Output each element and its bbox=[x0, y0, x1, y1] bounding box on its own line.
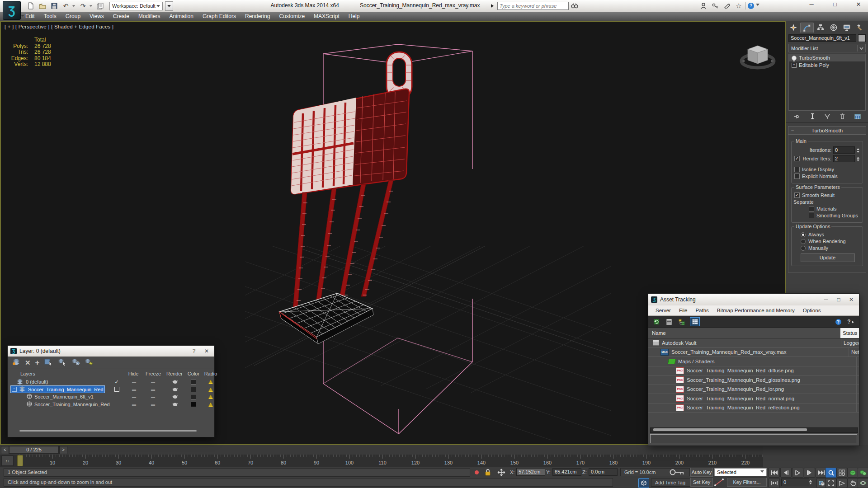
go-to-start-button[interactable] bbox=[769, 468, 780, 478]
layer-dialog-close-button[interactable]: ✕ bbox=[202, 348, 212, 354]
z-coordinate-field[interactable]: 0.0cm bbox=[589, 468, 618, 476]
at-menu-paths[interactable]: Paths bbox=[692, 307, 712, 314]
asset-name-cell[interactable]: MAXSoccer_Training_Mannequin_Red_max_vra… bbox=[648, 348, 849, 357]
asset-name-cell[interactable]: PNGSoccer_Training_Mannequin_Red_normal.… bbox=[648, 394, 857, 403]
current-frame-field[interactable]: 0 bbox=[781, 479, 809, 486]
current-layer-checkbox[interactable] bbox=[114, 387, 119, 392]
zoom-all-button[interactable] bbox=[836, 468, 847, 478]
help-caret-icon[interactable] bbox=[756, 4, 760, 8]
zoom-extents-selected-button[interactable] bbox=[847, 468, 858, 478]
menu-create[interactable]: Create bbox=[108, 12, 134, 20]
col-radio[interactable]: Radio bbox=[203, 371, 218, 376]
selection-lock-icon[interactable] bbox=[485, 469, 491, 477]
highlight-selected-layers-icon[interactable] bbox=[71, 358, 80, 367]
current-layer-cell[interactable] bbox=[112, 401, 122, 408]
current-frame-display[interactable]: 0 / 225 bbox=[9, 446, 59, 454]
refresh-icon[interactable] bbox=[652, 318, 661, 326]
isoline-display-checkbox[interactable] bbox=[794, 167, 800, 172]
freeze-cell[interactable]: ▬ bbox=[145, 393, 161, 400]
3dsmax-logo-button[interactable] bbox=[3, 1, 21, 20]
hide-cell[interactable]: ▬ bbox=[126, 393, 142, 400]
layer-row-name[interactable]: Soccer_Mannequin_6ft_v1 bbox=[27, 394, 94, 400]
mannequin-body-panel[interactable] bbox=[291, 89, 409, 194]
menu-tools[interactable]: Tools bbox=[39, 12, 61, 20]
layer-dialog-hscrollbar[interactable] bbox=[19, 430, 197, 432]
render-cell[interactable] bbox=[166, 393, 184, 400]
isolate-selection-toggle[interactable] bbox=[638, 478, 649, 488]
viewcube[interactable] bbox=[741, 46, 774, 68]
x-coordinate-field[interactable]: 57.152cm bbox=[516, 468, 545, 476]
minimize-button[interactable]: ─ bbox=[806, 1, 817, 8]
layer-row-name[interactable]: Soccer_Training_Mannequin_Red bbox=[27, 401, 110, 408]
at-menu-bitmap-performance-and-memory[interactable]: Bitmap Performance and Memory bbox=[713, 307, 798, 314]
tab-hierarchy[interactable] bbox=[814, 23, 827, 33]
render-cell[interactable] bbox=[166, 386, 184, 393]
render-cell[interactable] bbox=[166, 378, 184, 385]
subscription-key-icon[interactable] bbox=[710, 1, 720, 10]
materials-checkbox[interactable] bbox=[809, 206, 814, 211]
maximize-button[interactable]: □ bbox=[829, 1, 841, 8]
menu-graph-editors[interactable]: Graph Editors bbox=[198, 12, 241, 20]
asset-name-cell[interactable]: PNGSoccer_Training_Mannequin_Red_glossin… bbox=[648, 375, 857, 385]
layer-row[interactable]: Soccer_Training_Mannequin_Red▬▬ bbox=[8, 401, 214, 408]
freeze-cell[interactable]: ▬ bbox=[145, 386, 161, 393]
object-color-swatch[interactable] bbox=[858, 34, 866, 42]
next-frame-button[interactable]: > bbox=[59, 446, 67, 454]
make-unique-icon[interactable] bbox=[824, 113, 830, 121]
iterations-spinner[interactable] bbox=[855, 146, 861, 154]
color-cell[interactable] bbox=[186, 393, 201, 400]
select-objects-in-layer-icon[interactable] bbox=[44, 358, 53, 367]
freeze-cell[interactable]: ▬ bbox=[145, 401, 161, 408]
time-slider-handle[interactable] bbox=[17, 455, 23, 466]
track-bar[interactable]: 0102030405060708090100110120130140150160… bbox=[0, 455, 763, 467]
always-radio[interactable] bbox=[801, 232, 806, 237]
context-help-icon[interactable]: ? bbox=[846, 318, 855, 326]
layer-row[interactable]: Soccer_Mannequin_6ft_v1▬▬ bbox=[8, 393, 214, 401]
menu-maxscript[interactable]: MAXScript bbox=[309, 12, 344, 20]
infocenter-collapse-icon[interactable] bbox=[491, 4, 495, 8]
radiosity-cell[interactable] bbox=[205, 393, 214, 400]
infocenter-search-input[interactable] bbox=[497, 2, 569, 10]
search-binoculars-icon[interactable] bbox=[570, 1, 580, 10]
current-layer-cell[interactable] bbox=[112, 386, 122, 393]
tree-view-icon[interactable] bbox=[677, 318, 686, 326]
y-coordinate-field[interactable]: 65.421cm bbox=[552, 468, 581, 476]
when-rendering-radio[interactable] bbox=[801, 239, 806, 244]
hide-cell[interactable]: ▬ bbox=[126, 386, 142, 393]
menu-rendering[interactable]: Rendering bbox=[241, 12, 274, 20]
radiosity-cell[interactable] bbox=[205, 401, 214, 408]
remove-modifier-icon[interactable] bbox=[840, 113, 845, 121]
at-menu-options[interactable]: Options bbox=[799, 307, 825, 314]
stack-item-editable-poly[interactable]: +Editable Poly bbox=[789, 61, 865, 69]
menu-help[interactable]: Help bbox=[344, 12, 364, 20]
col-color[interactable]: Color bbox=[185, 371, 202, 376]
color-swatch[interactable] bbox=[191, 387, 196, 392]
redo-button[interactable]: ↷ bbox=[78, 1, 88, 11]
hide-cell[interactable]: ▬ bbox=[126, 378, 142, 385]
zoom-extents-all-button[interactable] bbox=[858, 468, 868, 478]
iterations-field[interactable]: 0 bbox=[833, 146, 855, 154]
modifier-visibility-bulb-icon[interactable] bbox=[792, 56, 797, 61]
col-freeze[interactable]: Freeze bbox=[143, 371, 163, 376]
layer-row-name[interactable]: 0 (default) bbox=[17, 379, 48, 385]
asset-tracking-titlebar[interactable]: Asset Tracking ─ □ ✕ bbox=[648, 294, 859, 305]
layer-dialog-help-button[interactable]: ? bbox=[189, 348, 199, 354]
favorites-star-icon[interactable]: ☆ bbox=[734, 1, 744, 10]
current-layer-cell[interactable]: ✓ bbox=[112, 378, 122, 385]
layer-row[interactable]: −Soccer_Training_Mannequin_Red▬▬ bbox=[8, 386, 214, 394]
stack-item-turbosmooth[interactable]: TurboSmooth bbox=[789, 54, 865, 61]
show-end-result-icon[interactable] bbox=[810, 113, 815, 121]
asset-name-cell[interactable]: Autodesk Vault bbox=[648, 338, 841, 347]
asset-tracking-hscrollbar[interactable] bbox=[650, 427, 858, 433]
asset-row[interactable]: PNGSoccer_Training_Mannequin_Red_reflect… bbox=[648, 404, 859, 413]
communication-center-icon[interactable] bbox=[722, 1, 732, 10]
workspace-drop-button[interactable] bbox=[165, 1, 173, 11]
name-column-header[interactable]: Name bbox=[648, 328, 840, 338]
smoothing-groups-checkbox[interactable] bbox=[809, 213, 814, 218]
key-mode-toggle-button[interactable] bbox=[769, 478, 780, 488]
asset-tracking-maximize-button[interactable]: □ bbox=[834, 296, 844, 303]
menu-customize[interactable]: Customize bbox=[274, 12, 309, 20]
object-name-field[interactable]: Soccer_Mannequin_6ft_v1 bbox=[788, 34, 856, 42]
col-layers[interactable]: Layers bbox=[8, 371, 35, 376]
key-filters-button[interactable]: Key Filters... bbox=[727, 478, 767, 487]
